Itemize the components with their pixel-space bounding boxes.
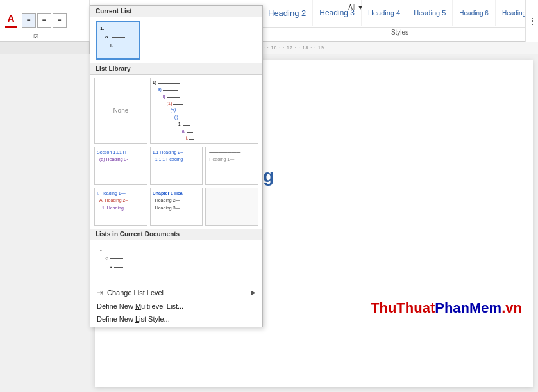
change-list-level-arrow: ▶ xyxy=(251,289,256,296)
align-right-button[interactable]: ≡ xyxy=(53,13,67,28)
document-area: Section Heading ThuThuatPhanMem.vn xyxy=(0,54,538,392)
onedot-heading-style[interactable]: 1.1 Heading 2– 1.1.1 Heading xyxy=(150,147,203,185)
watermark-phan: Phan xyxy=(435,300,469,316)
underline-bar xyxy=(5,26,17,28)
define-multilevel-label: Define New Multilevel List... xyxy=(97,302,183,310)
ruler-left-margin xyxy=(0,42,90,54)
styles-expand-icon[interactable]: ⋮ xyxy=(525,0,538,42)
define-list-style-label: Define New List Style... xyxy=(97,315,170,323)
watermark-dot: . xyxy=(501,300,505,316)
heading4-style-btn[interactable]: Heading 4 xyxy=(362,0,407,26)
heading6-style-btn[interactable]: Heading 6 xyxy=(453,0,496,26)
doc-list-bullet3: ▪ xyxy=(110,263,136,272)
heading5-style-btn[interactable]: Heading 5 xyxy=(407,0,453,26)
none-label: None xyxy=(113,106,128,116)
styles-section-label: Styles xyxy=(262,27,538,37)
watermark-thuat: Thuat xyxy=(396,300,435,316)
ribbon-format-area: A ≡ ≡ ≡ ☑ xyxy=(0,0,90,41)
none-list-option[interactable]: None xyxy=(94,78,147,144)
list-level-3: i. xyxy=(110,42,136,50)
ruler-checkbox: ☑ xyxy=(33,33,38,40)
roman-heading-style[interactable]: I. Heading 1— A. Heading 2– 1. Heading xyxy=(94,188,147,226)
all-styles-button[interactable]: All ▼ xyxy=(346,3,366,12)
heading2-style-btn[interactable]: Heading 2 xyxy=(262,0,313,26)
current-doc-lists-area: • ○ ▪ xyxy=(90,240,262,284)
doc-list-bullet2: ○ xyxy=(105,254,136,263)
empty-style-slot[interactable] xyxy=(205,188,258,226)
current-list-area: 1. a. i. xyxy=(90,17,262,63)
outline-preview-box[interactable]: 1) a) i) (1) (a) (i) 1. a. i. xyxy=(150,78,258,144)
heading1-dash-style[interactable]: ——————— Heading 1— xyxy=(205,147,258,185)
define-list-style-item[interactable]: Define New List Style... xyxy=(90,313,262,325)
watermark-vn: vn xyxy=(505,300,522,316)
define-multilevel-item[interactable]: Define New Multilevel List... xyxy=(90,300,262,313)
list-level-2: a. xyxy=(105,33,136,42)
multilevel-list-dropdown: Current List 1. a. i. List Library None … xyxy=(90,5,263,327)
dropdown-footer: ⇥ Change List Level ▶ Define New Multile… xyxy=(90,284,262,327)
current-list-preview[interactable]: 1. a. i. xyxy=(96,21,140,60)
format-a-icon: A xyxy=(7,13,15,25)
align-left-button[interactable]: ≡ xyxy=(22,13,36,28)
change-list-level-item[interactable]: ⇥ Change List Level ▶ xyxy=(90,286,262,300)
doc-left-margin xyxy=(0,54,90,392)
list-level-1: 1. xyxy=(100,25,136,33)
section-101-style[interactable]: Section 1.01 H (a) Heading 3- xyxy=(94,147,147,185)
ribbon: A ≡ ≡ ≡ ☑ Heading 2 Heading 3 Heading 4 … xyxy=(0,0,538,42)
current-list-title: Current List xyxy=(90,6,262,17)
watermark-thu: Thu xyxy=(371,300,396,316)
change-list-level-label: Change List Level xyxy=(107,289,164,297)
change-list-level-icon: ⇥ xyxy=(97,288,103,297)
chapter-heading-style[interactable]: Chapter 1 Hea Heading 2— Heading 3— xyxy=(150,188,203,226)
watermark-mem: Mem xyxy=(469,300,501,316)
watermark: ThuThuatPhanMem.vn xyxy=(371,300,522,316)
doc-list-bullet1: • xyxy=(100,246,136,255)
current-doc-list-preview[interactable]: • ○ ▪ xyxy=(96,243,140,281)
lists-in-doc-title: Lists in Current Documents xyxy=(90,229,262,240)
heading-styles-strip: Heading 2 Heading 3 Heading 4 Heading 5 … xyxy=(262,0,538,26)
align-center-button[interactable]: ≡ xyxy=(37,13,51,28)
list-library-title: List Library xyxy=(90,63,262,75)
ruler: · 2 · · 1 · · · · · · · · · 8 · · · 9 · … xyxy=(0,42,538,54)
